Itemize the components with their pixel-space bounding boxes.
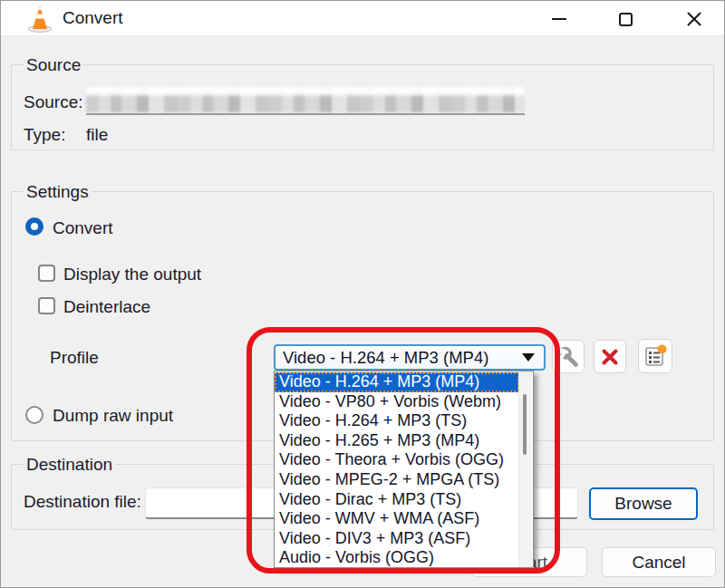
source-value-redacted	[86, 87, 525, 112]
source-label: Source:	[24, 92, 82, 112]
cancel-button-label: Cancel	[632, 553, 685, 573]
red-x-icon	[601, 348, 619, 366]
dropdown-option[interactable]: Video - DIV3 + MP3 (ASF)	[275, 529, 519, 549]
dropdown-option[interactable]: Video - WMV + WMA (ASF)	[275, 509, 519, 529]
display-output-label[interactable]: Display the output	[63, 265, 201, 284]
convert-radio[interactable]	[25, 217, 44, 236]
close-button[interactable]	[673, 3, 715, 35]
dropdown-option[interactable]: Video - H.264 + MP3 (MP4)	[275, 372, 519, 392]
source-group-legend: Source	[24, 55, 83, 75]
deinterlace-checkbox[interactable]	[38, 297, 55, 314]
maximize-button[interactable]	[604, 3, 646, 35]
list-with-badge-icon	[643, 344, 667, 368]
destination-group-legend: Destination	[24, 455, 115, 475]
settings-group-legend: Settings	[24, 182, 92, 202]
close-icon	[686, 11, 702, 27]
minimize-icon	[552, 18, 566, 20]
title-bar: Convert	[1, 1, 724, 36]
dropdown-option[interactable]: Video - Theora + Vorbis (OGG)	[275, 450, 519, 470]
minimize-button[interactable]	[538, 3, 580, 35]
dropdown-option[interactable]: Video - H.265 + MP3 (MP4)	[275, 431, 519, 451]
dropdown-option[interactable]: Video - H.264 + MP3 (TS)	[275, 411, 519, 431]
dump-raw-input-radio[interactable]	[25, 406, 44, 424]
dropdown-option[interactable]: Video - MPEG-2 + MPGA (TS)	[275, 470, 519, 490]
type-value: file	[86, 125, 108, 145]
dropdown-option[interactable]: Video - VP80 + Vorbis (Webm)	[275, 392, 519, 412]
profile-label: Profile	[50, 348, 99, 368]
source-field-underline	[86, 113, 525, 115]
edit-profile-button[interactable]	[552, 340, 585, 373]
type-label: Type:	[24, 125, 65, 145]
delete-profile-button[interactable]	[594, 340, 626, 373]
destination-file-label: Destination file:	[24, 492, 141, 512]
convert-dialog: Convert Source Source: Type: file Settin…	[0, 0, 725, 588]
wrench-icon	[557, 346, 579, 368]
dropdown-scrollbar[interactable]	[518, 371, 532, 567]
convert-radio-label[interactable]: Convert	[53, 218, 113, 238]
profile-combobox[interactable]: Video - H.264 + MP3 (MP4)	[274, 344, 546, 371]
display-output-checkbox[interactable]	[38, 265, 55, 282]
new-profile-button[interactable]	[638, 339, 672, 373]
profile-dropdown-list: Video - H.264 + MP3 (MP4) Video - VP80 +…	[274, 371, 534, 568]
dropdown-option[interactable]: Video - Dirac + MP3 (TS)	[275, 490, 519, 510]
dump-raw-input-label[interactable]: Dump raw input	[53, 406, 173, 426]
browse-button-label: Browse	[614, 494, 672, 514]
window-title: Convert	[63, 8, 123, 28]
dropdown-arrow-icon	[522, 353, 535, 361]
deinterlace-label[interactable]: Deinterlace	[63, 297, 150, 317]
vlc-cone-icon	[26, 5, 53, 33]
dropdown-scrollbar-thumb[interactable]	[523, 394, 527, 455]
maximize-icon	[619, 13, 633, 26]
cancel-button[interactable]: Cancel	[602, 547, 716, 577]
profile-combobox-value: Video - H.264 + MP3 (MP4)	[283, 348, 522, 368]
browse-button[interactable]: Browse	[589, 487, 698, 520]
dropdown-option[interactable]: Audio - Vorbis (OGG)	[275, 548, 519, 568]
